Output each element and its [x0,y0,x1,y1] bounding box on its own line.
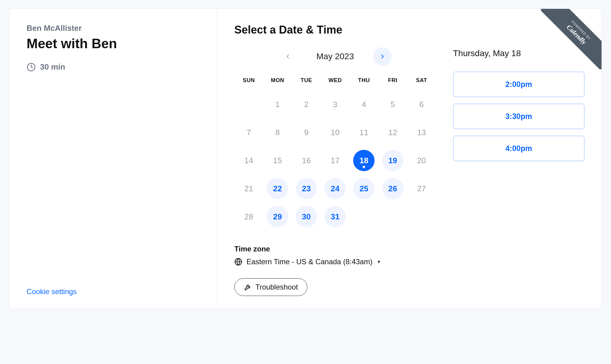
calendar-day: 21 [238,178,259,199]
time-slot-button[interactable]: 3:30pm [453,104,584,129]
calendar-day: 16 [296,150,317,171]
calendar-day-cell: 11 [349,118,378,146]
calendar-week: 78910111213 [234,118,436,146]
timezone-value: Eastern Time - US & Canada (8:43am) [247,258,372,266]
calendar-day-cell: 21 [234,175,263,203]
calendar-day-cell [378,203,407,231]
calendar-grid: 1234567891011121314151617181920212223242… [234,90,436,231]
calendar-day: 13 [411,122,432,143]
calendar-day: 6 [411,94,432,115]
clock-icon [27,63,36,72]
calendar-day-cell: 22 [263,175,292,203]
calendar-day-cell: 1 [263,90,292,118]
time-slot-button[interactable]: 2:00pm [453,72,584,97]
day-of-week: TUE [292,74,321,90]
calendar-day[interactable]: 31 [324,206,346,227]
day-of-week: MON [263,74,292,90]
calendar-day-cell: 12 [378,118,407,146]
calendar-day[interactable]: 23 [296,178,317,199]
page-title: Select a Date & Time [234,23,584,36]
calendar-day-cell [234,90,263,118]
calendar-day-cell: 15 [263,146,292,175]
troubleshoot-button[interactable]: Troubleshoot [234,278,307,296]
scheduling-pane: Select a Date & Time May 2023 [217,9,602,308]
calendar-day-cell: 3 [321,90,349,118]
day-of-week: FRI [378,74,407,90]
calendar-day-cell: 17 [321,146,349,175]
calendar-day-cell: 28 [234,203,263,231]
calendar-day-cell: 24 [321,175,349,203]
calendar-day-cell: 2 [292,90,321,118]
calendar-day[interactable]: 25 [353,178,375,199]
calendar-day: 11 [353,122,375,143]
day-of-week-header: SUNMONTUEWEDTHUFRISAT [234,74,436,90]
calendar-day-cell [349,203,378,231]
calendar-day: 28 [238,206,259,227]
calendar-day[interactable]: 26 [382,178,404,199]
calendar-day-cell: 10 [321,118,349,146]
calendar-day-cell: 20 [407,146,436,175]
calendar-day: 17 [324,150,346,171]
calendar-day: 3 [324,94,346,115]
month-nav: May 2023 [234,47,436,66]
selected-date-label: Thursday, May 18 [453,49,584,58]
calendar-day: 1 [267,94,288,115]
calendar-day[interactable]: 24 [324,178,346,199]
calendar-day-cell: 18 [349,146,378,175]
time-slots-list: 2:00pm3:30pm4:00pm [453,72,584,161]
selected-day-indicator-icon [363,166,365,168]
calendar-day-cell: 27 [407,175,436,203]
left-footer: Cookie settings [27,275,200,296]
cookie-settings-link[interactable]: Cookie settings [27,287,77,296]
calendar-week: 123456 [234,90,436,118]
event-duration: 30 min [27,62,200,72]
event-title: Meet with Ben [27,36,200,51]
calendar-day: 9 [296,122,317,143]
calendar-day-cell: 19 [378,146,407,175]
timezone-selector[interactable]: Eastern Time - US & Canada (8:43am) ▼ [234,258,436,266]
time-slots-column: Thursday, May 18 2:00pm3:30pm4:00pm [453,47,584,266]
calendar-day: 7 [238,122,259,143]
calendar-day[interactable]: 18 [353,150,375,171]
day-of-week: SUN [234,74,263,90]
globe-icon [234,258,242,266]
calendar-day[interactable]: 22 [267,178,288,199]
calendar: May 2023 SUNMONTUEWEDTHUFRISAT 123456789… [234,47,436,266]
calendar-week: 28293031 [234,203,436,231]
calendar-day-cell: 5 [378,90,407,118]
scheduling-card: Ben McAllister Meet with Ben 30 min Cook… [9,9,602,308]
event-info-pane: Ben McAllister Meet with Ben 30 min Cook… [9,9,217,308]
right-footer: Troubleshoot [234,266,584,296]
calendar-day-cell: 29 [263,203,292,231]
chevron-left-icon [284,53,291,60]
calendar-day-cell: 4 [349,90,378,118]
calendar-day-cell: 9 [292,118,321,146]
calendar-day: 10 [324,122,346,143]
month-label: May 2023 [309,52,361,61]
calendar-day-cell: 26 [378,175,407,203]
calendar-day: 2 [296,94,317,115]
prev-month-button[interactable] [279,47,297,66]
calendar-week: 21222324252627 [234,175,436,203]
day-of-week: THU [349,74,378,90]
calendar-day[interactable]: 29 [267,206,288,227]
calendar-day-cell: 14 [234,146,263,175]
calendar-day-cell: 30 [292,203,321,231]
calendar-day: 15 [267,150,288,171]
next-month-button[interactable] [373,47,392,66]
calendar-day: 4 [353,94,375,115]
wrench-icon [244,283,252,291]
chevron-right-icon [379,53,386,60]
duration-label: 30 min [40,62,65,72]
calendar-day: 8 [267,122,288,143]
schedule-row: May 2023 SUNMONTUEWEDTHUFRISAT 123456789… [234,47,584,266]
calendar-day[interactable]: 19 [382,150,404,171]
calendar-day-cell: 25 [349,175,378,203]
calendar-day-cell: 8 [263,118,292,146]
host-name: Ben McAllister [27,23,200,33]
time-slot-button[interactable]: 4:00pm [453,136,584,161]
calendar-day-cell [407,203,436,231]
day-of-week: SAT [407,74,436,90]
calendar-week: 14151617181920 [234,146,436,175]
calendar-day[interactable]: 30 [296,206,317,227]
